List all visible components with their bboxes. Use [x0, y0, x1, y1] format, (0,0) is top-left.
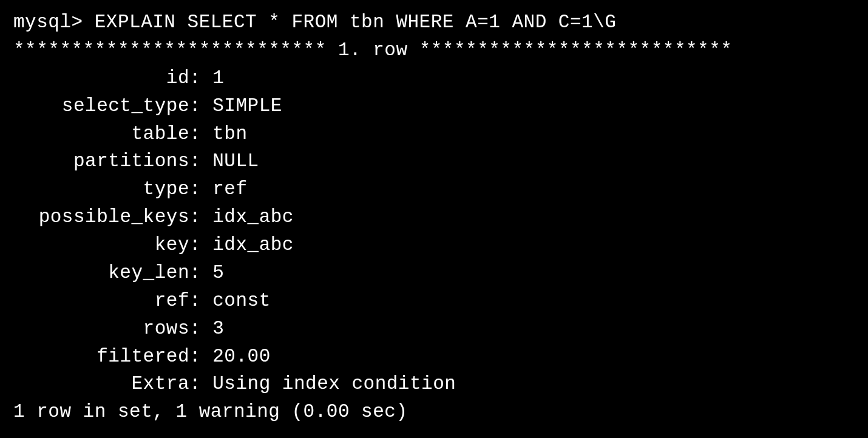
result-row-label: key	[13, 231, 189, 259]
result-row-colon: :	[189, 287, 212, 315]
result-row-colon: :	[189, 64, 212, 92]
result-row-value: idx_abc	[212, 231, 294, 259]
result-row-label: id	[13, 64, 189, 92]
result-row-label: type	[13, 175, 189, 203]
result-row-value: tbn	[212, 120, 247, 148]
result-row-label: select_type	[13, 92, 189, 120]
result-row-colon: :	[189, 203, 212, 231]
result-row-colon: :	[189, 370, 212, 398]
result-row-colon: :	[189, 315, 212, 343]
result-row: select_type: SIMPLE	[13, 92, 855, 120]
result-row: key: idx_abc	[13, 231, 855, 259]
separator-left-stars: ***************************	[13, 39, 327, 61]
result-row-value: ref	[212, 175, 247, 203]
sql-command: EXPLAIN SELECT * FROM tbn WHERE A=1 AND …	[95, 12, 617, 33]
result-row: rows: 3	[13, 315, 855, 343]
result-row: key_len: 5	[13, 259, 855, 287]
result-row-label: possible_keys	[13, 203, 189, 231]
result-row-value: 20.00	[212, 343, 271, 371]
result-row-colon: :	[189, 259, 212, 287]
result-row: Extra: Using index condition	[13, 370, 855, 398]
result-rows: id: 1select_type: SIMPLEtable: tbnpartit…	[13, 64, 855, 399]
separator-marker: 1. row	[327, 39, 419, 61]
result-row-colon: :	[189, 92, 212, 120]
result-row-colon: :	[189, 175, 212, 203]
result-row-value: 1	[212, 64, 224, 92]
mysql-prompt: mysql>	[13, 12, 95, 33]
result-row: ref: const	[13, 287, 855, 315]
separator-right-stars: ***************************	[419, 39, 733, 61]
result-row-value: SIMPLE	[212, 92, 282, 120]
result-row: table: tbn	[13, 120, 855, 148]
result-row-colon: :	[189, 231, 212, 259]
result-row-label: rows	[13, 315, 189, 343]
result-row-value: 5	[212, 259, 224, 287]
result-row-value: NULL	[212, 147, 259, 175]
result-row-value: Using index condition	[212, 370, 456, 398]
result-row-value: 3	[212, 315, 224, 343]
result-row-label: key_len	[13, 259, 189, 287]
result-row: id: 1	[13, 64, 855, 92]
result-row-label: table	[13, 120, 189, 148]
row-separator: *************************** 1. row *****…	[13, 36, 855, 64]
result-row-colon: :	[189, 147, 212, 175]
result-footer: 1 row in set, 1 warning (0.00 sec)	[13, 398, 855, 426]
terminal-output: mysql> EXPLAIN SELECT * FROM tbn WHERE A…	[13, 8, 855, 426]
result-row-value: idx_abc	[212, 203, 294, 231]
command-line: mysql> EXPLAIN SELECT * FROM tbn WHERE A…	[13, 8, 855, 36]
result-row-value: const	[212, 287, 271, 315]
result-row-colon: :	[189, 343, 212, 371]
result-row: possible_keys: idx_abc	[13, 203, 855, 231]
result-row: partitions: NULL	[13, 147, 855, 175]
result-row: type: ref	[13, 175, 855, 203]
result-row: filtered: 20.00	[13, 343, 855, 371]
result-row-colon: :	[189, 120, 212, 148]
result-row-label: ref	[13, 287, 189, 315]
result-row-label: Extra	[13, 370, 189, 398]
result-row-label: partitions	[13, 147, 189, 175]
result-row-label: filtered	[13, 343, 189, 371]
